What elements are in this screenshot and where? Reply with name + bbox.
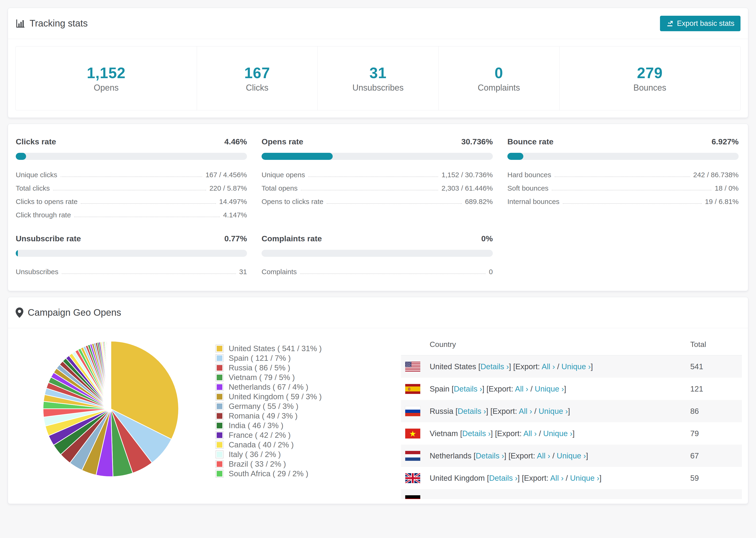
- geo-row-total-cell: 67: [690, 452, 742, 460]
- export-basic-stats-button[interactable]: Export basic stats: [660, 16, 740, 31]
- details-link[interactable]: Details ›: [476, 452, 504, 460]
- rate-title: Unsubscribe rate: [16, 234, 81, 243]
- rate-detail-label: Complaints: [261, 268, 297, 277]
- rate-detail-row: Internal bounces19 / 6.81%: [507, 194, 739, 207]
- rate-detail-value: 2,303 / 61.446%: [441, 184, 493, 194]
- flag-gb: [405, 473, 420, 483]
- geo-row-total-cell: 59: [690, 474, 742, 483]
- pie-slice-other-55[interactable]: [111, 341, 111, 409]
- geo-row-country-cell: United States [Details ›] [Export: All ›…: [420, 362, 690, 371]
- export-all-link[interactable]: All ›: [542, 362, 555, 371]
- legend-swatch: [216, 345, 224, 352]
- details-link[interactable]: Details ›: [480, 362, 509, 371]
- export-label: ] [Export:: [517, 474, 550, 482]
- legend-label: Romania ( 49 / 3% ): [229, 411, 297, 420]
- export-unique-link[interactable]: Unique ›: [570, 474, 599, 482]
- legend-item-vietnam: Vietnam ( 79 / 5% ): [216, 372, 378, 382]
- geo-pie-legend: United States ( 541 / 31% )Spain ( 121 /…: [216, 334, 378, 478]
- rate-detail-rows: Unsubscribes31: [16, 264, 247, 277]
- rate-detail-row: Complaints0: [261, 264, 493, 277]
- rate-value: 0%: [481, 234, 493, 243]
- legend-label: United Kingdom ( 59 / 3% ): [229, 392, 322, 401]
- legend-swatch: [216, 402, 224, 410]
- stat-cell-complaints: 0Complaints: [438, 46, 559, 110]
- slash-separator: /: [555, 362, 562, 371]
- rate-progress-bar: [16, 153, 247, 160]
- country-name: Spain: [430, 385, 452, 393]
- rate-detail-row: Click through rate4.147%: [16, 207, 247, 220]
- export-unique-link[interactable]: Unique ›: [561, 362, 591, 371]
- export-unique-link[interactable]: Unique ›: [535, 385, 564, 393]
- dotted-leader: [327, 203, 461, 204]
- geo-table-header-total: Total: [690, 340, 742, 349]
- dotted-leader: [563, 203, 702, 204]
- tracking-stats-body: 1,152Opens167Clicks31Unsubscribes0Compla…: [8, 39, 748, 118]
- geo-row-total-cell: 79: [690, 429, 742, 438]
- legend-label: Italy ( 36 / 2% ): [229, 450, 281, 459]
- bracket: [: [460, 429, 462, 438]
- rates-card: Clicks rate4.46%Unique clicks167 / 4.456…: [8, 124, 748, 291]
- country-name: United Kingdom: [430, 474, 487, 482]
- rate-progress-bar: [261, 250, 493, 257]
- export-unique-link[interactable]: Unique ›: [543, 429, 573, 438]
- rate-progress-fill: [507, 153, 523, 160]
- export-unique-link[interactable]: Unique ›: [557, 452, 586, 460]
- legend-swatch: [216, 383, 224, 391]
- stat-cell-opens: 1,152Opens: [16, 46, 197, 110]
- rate-detail-row: Total opens2,303 / 61.446%: [261, 180, 493, 194]
- export-label: ] [Export:: [482, 385, 515, 393]
- rate-detail-row: Hard bounces242 / 86.738%: [507, 167, 739, 180]
- legend-swatch: [216, 470, 224, 478]
- export-all-link[interactable]: All ›: [523, 429, 537, 438]
- bracket: ]: [586, 452, 588, 460]
- geo-row-total-cell: 121: [690, 385, 742, 394]
- rate-detail-row: Soft bounces18 / 0%: [507, 180, 739, 194]
- details-link[interactable]: Details ›: [458, 407, 486, 415]
- legend-swatch: [216, 431, 224, 439]
- export-all-link[interactable]: All ›: [550, 474, 564, 482]
- dotted-leader: [555, 177, 690, 177]
- stat-value: 1,152: [87, 65, 126, 81]
- slash-separator: /: [532, 407, 539, 415]
- geo-table-row-united-kingdom: United Kingdom [Details ›] [Export: All …: [401, 467, 742, 489]
- rate-detail-rows: Unique clicks167 / 4.456%Total clicks220…: [16, 167, 247, 220]
- details-link[interactable]: Details ›: [462, 429, 491, 438]
- stat-value: 279: [637, 65, 663, 81]
- dotted-leader: [308, 177, 438, 177]
- legend-item-spain: Spain ( 121 / 7% ): [216, 353, 378, 363]
- rate-block-bounce-rate: Bounce rate6.927%Hard bounces242 / 86.73…: [507, 137, 739, 220]
- details-link[interactable]: Details ›: [454, 385, 482, 393]
- rate-detail-value: 4.147%: [223, 211, 247, 220]
- export-all-link[interactable]: All ›: [519, 407, 532, 415]
- legend-label: Netherlands ( 67 / 4% ): [229, 383, 308, 392]
- geo-table-header-row: Country Total: [401, 334, 742, 355]
- stat-label: Clicks: [246, 83, 268, 93]
- export-all-link[interactable]: All ›: [537, 452, 550, 460]
- country-name: Vietnam: [430, 429, 460, 438]
- rate-block-complaints-rate: Complaints rate0%Complaints0: [261, 234, 493, 277]
- flag-us: [405, 362, 420, 372]
- stat-cell-bounces: 279Bounces: [559, 46, 740, 110]
- legend-item-germany: Germany ( 55 / 3% ): [216, 402, 378, 411]
- geo-row-country-cell: United Kingdom [Details ›] [Export: All …: [420, 474, 690, 483]
- export-all-link[interactable]: All ›: [515, 385, 528, 393]
- rate-detail-value: 1,152 / 30.736%: [441, 171, 493, 180]
- export-label: ] [Export:: [491, 429, 523, 438]
- rate-detail-label: Unique clicks: [16, 171, 57, 180]
- rate-detail-label: Soft bounces: [507, 184, 549, 194]
- geo-table-header-country: Country: [401, 340, 690, 349]
- rate-value: 0.77%: [225, 234, 247, 243]
- stat-label: Unsubscribes: [352, 83, 404, 93]
- flag-vn: [405, 429, 420, 439]
- dotted-leader: [552, 190, 711, 190]
- country-name: Russia: [430, 407, 456, 415]
- tracking-stats-title: Tracking stats: [29, 18, 87, 28]
- country-name: Netherlands: [430, 452, 473, 460]
- rate-detail-label: Clicks to opens rate: [16, 198, 78, 207]
- details-link[interactable]: Details ›: [489, 474, 517, 482]
- rate-detail-value: 689.82%: [465, 198, 493, 207]
- bracket: ]: [591, 362, 593, 371]
- export-unique-link[interactable]: Unique ›: [539, 407, 568, 415]
- dotted-leader: [62, 273, 236, 274]
- legend-label: India ( 46 / 3% ): [229, 421, 283, 430]
